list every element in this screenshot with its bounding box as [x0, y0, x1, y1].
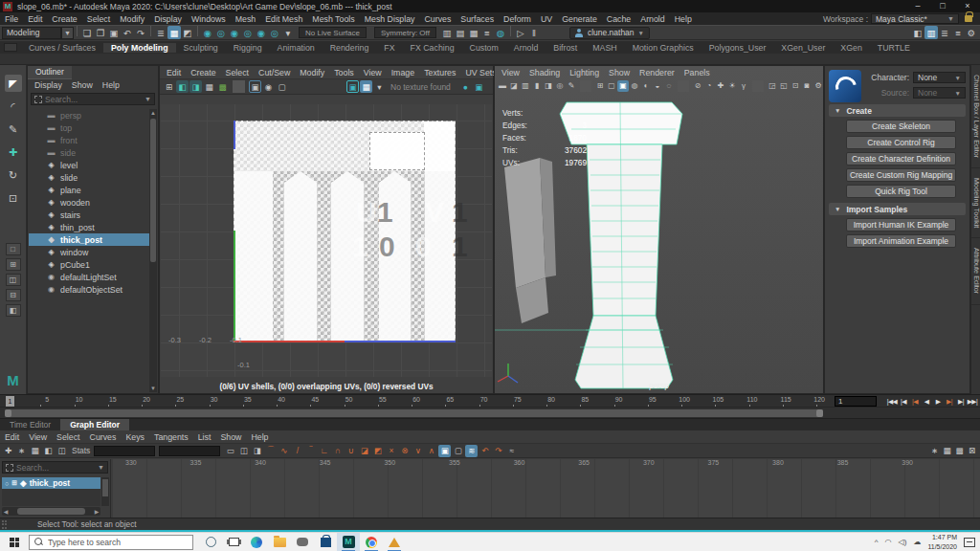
edge-icon[interactable]	[245, 533, 268, 551]
uv-borders-icon[interactable]: ◨	[189, 80, 202, 93]
snap-to-grid-icon[interactable]: ◉	[201, 26, 214, 39]
frame-center-icon[interactable]: ◫	[237, 445, 250, 457]
textured-icon[interactable]: ▣	[617, 80, 629, 92]
move-nearest-key-icon[interactable]: ✚	[2, 445, 14, 457]
outliner-search[interactable]: ▼	[31, 93, 155, 105]
menu-item[interactable]: Modify	[115, 14, 149, 24]
curve-smoothness-icon[interactable]: ≈	[505, 445, 518, 457]
separator[interactable]	[510, 26, 511, 36]
menu-item[interactable]: File	[0, 14, 23, 24]
graph-options-icon[interactable]: ⊠	[966, 445, 978, 457]
outliner-item[interactable]: level	[29, 159, 149, 171]
expand-icon[interactable]: ⊞	[11, 479, 17, 487]
menu-item[interactable]: Show	[67, 80, 98, 90]
go-to-end-button[interactable]: ▶▶|	[967, 398, 978, 406]
clamped-tangent-icon[interactable]: ∿	[278, 445, 290, 457]
dock-tab[interactable]: Modeling Toolkit	[971, 168, 980, 238]
buffer-curve-snapshot-icon[interactable]: ◪	[358, 445, 370, 457]
step-back-frame-button[interactable]: |◀	[898, 398, 909, 406]
outliner-item[interactable]: defaultLightSet	[29, 271, 149, 283]
linear-tangent-icon[interactable]: /	[291, 445, 303, 457]
shelf-tab[interactable]: Animation	[270, 43, 323, 53]
uv-shaded-icon[interactable]: ◧	[176, 80, 189, 93]
separator[interactable]	[233, 80, 245, 93]
new-scene-icon[interactable]: ❏	[80, 26, 94, 39]
pre-infinity-icon[interactable]: ↶	[479, 445, 491, 457]
grease-pencil-icon[interactable]: ✎	[566, 80, 577, 92]
wireframe-icon[interactable]: ⊞	[594, 80, 606, 92]
safe-title-icon[interactable]: ⊡	[790, 80, 801, 92]
shelf-tab[interactable]: Custom	[462, 43, 506, 53]
shadows-icon[interactable]: ◐	[640, 80, 652, 92]
range-bar[interactable]	[5, 409, 823, 417]
post-infinity-icon[interactable]: ↷	[492, 445, 504, 457]
plateau-tangent-icon[interactable]: ∩	[331, 445, 344, 457]
scrollbar-thumb[interactable]	[102, 479, 108, 496]
bookmark-icon[interactable]: ▮	[531, 80, 543, 92]
ghost-curves-icon[interactable]: ▩	[953, 445, 966, 457]
render-view-icon[interactable]: ▥	[440, 26, 454, 39]
uv-canvas[interactable]: U 1 V 1 1 0 0 1 -0.3 -0.2 -0.1 -0.1	[161, 104, 492, 377]
scroll-up-icon[interactable]: ▲	[149, 109, 157, 117]
shelf-tab[interactable]: FX	[376, 43, 402, 53]
menu-item[interactable]: Lighting	[565, 68, 604, 77]
smooth-shade-icon[interactable]: ▢	[606, 80, 617, 92]
graph-curve-area[interactable]: 330335340345350355360365370375380385390	[112, 459, 980, 518]
outliner-item[interactable]: thick_post	[29, 233, 149, 246]
menu-item[interactable]: Display	[149, 14, 187, 24]
uv-distortion-icon[interactable]: ⊞	[163, 80, 175, 93]
resolution-gate-icon[interactable]: ◲	[767, 80, 778, 92]
menu-item[interactable]: Help	[670, 14, 697, 24]
shelf-tab[interactable]: XGen_User	[773, 43, 833, 53]
separator[interactable]	[752, 80, 764, 92]
swap-buffer-curve-icon[interactable]: ◩	[371, 445, 384, 457]
scroll-left-icon[interactable]: ◀	[2, 508, 10, 515]
normalize-curves-icon[interactable]: ≋	[465, 445, 478, 457]
minimize-button[interactable]: –	[905, 0, 930, 12]
shelf-tab[interactable]: Sculpting	[176, 43, 226, 53]
select-camera-icon[interactable]: ▬	[497, 80, 508, 92]
outliner-item[interactable]: window	[29, 246, 149, 258]
xray-icon[interactable]: ◔	[703, 80, 715, 92]
outliner-item[interactable]: defaultObjectSet	[29, 283, 149, 296]
time-snap-icon[interactable]: ▣	[438, 445, 451, 457]
hypershade-icon[interactable]: ◍	[494, 26, 507, 39]
menu-item[interactable]: Help	[246, 432, 273, 442]
menu-item[interactable]: Edit	[23, 14, 47, 24]
make-live-icon[interactable]: ◎	[268, 26, 281, 39]
select-object-icon[interactable]: ▦	[167, 26, 181, 39]
stats-time-field[interactable]	[94, 446, 155, 456]
go-to-start-button[interactable]: |◀◀	[886, 398, 898, 406]
menu-item[interactable]: List	[193, 432, 216, 442]
uv-shell[interactable]	[424, 121, 455, 171]
menu-item[interactable]: Mesh	[231, 14, 261, 24]
shelf-tab[interactable]: TURTLE	[870, 43, 918, 53]
outliner-item[interactable]: side	[29, 146, 149, 159]
cortana-icon[interactable]	[199, 533, 222, 551]
menu-item[interactable]: Select	[52, 432, 84, 442]
uv-grid-icon[interactable]: ▣	[249, 80, 261, 93]
shelf-tab[interactable]: Rigging	[226, 43, 270, 53]
menu-item[interactable]: Surfaces	[456, 14, 499, 24]
menu-item[interactable]: View	[359, 68, 387, 77]
step-forward-key-button[interactable]: ▶|	[944, 398, 955, 406]
menu-set-select[interactable]: Modeling	[2, 27, 61, 39]
image-plane-icon[interactable]: ◨	[543, 80, 554, 92]
render-settings-icon[interactable]: ≡	[480, 26, 494, 39]
drag-grip[interactable]	[2, 520, 7, 529]
character-select[interactable]: None ▼	[913, 72, 966, 83]
gear-icon[interactable]: ⚙	[813, 80, 824, 92]
single-pane-layout-icon[interactable]: □	[6, 243, 21, 255]
separator[interactable]	[678, 80, 689, 92]
separator[interactable]	[150, 26, 151, 36]
gear-icon[interactable]: ⚙	[965, 26, 978, 39]
maximize-button[interactable]: □	[930, 0, 955, 12]
snap-to-projected-center-icon[interactable]: ◎	[241, 26, 255, 39]
visibility-icon[interactable]: ○	[5, 480, 9, 487]
channel-tree-item[interactable]: ○ ⊞ ◈ thick_post	[2, 477, 100, 489]
menu-item[interactable]: Help	[98, 80, 124, 90]
attribute-editor-toggle-icon[interactable]: ≡	[951, 26, 965, 39]
shelf-tab[interactable]: Polygons_User	[702, 43, 774, 53]
play-backwards-button[interactable]: ◀	[921, 398, 932, 406]
menu-item[interactable]: Show	[215, 432, 246, 442]
